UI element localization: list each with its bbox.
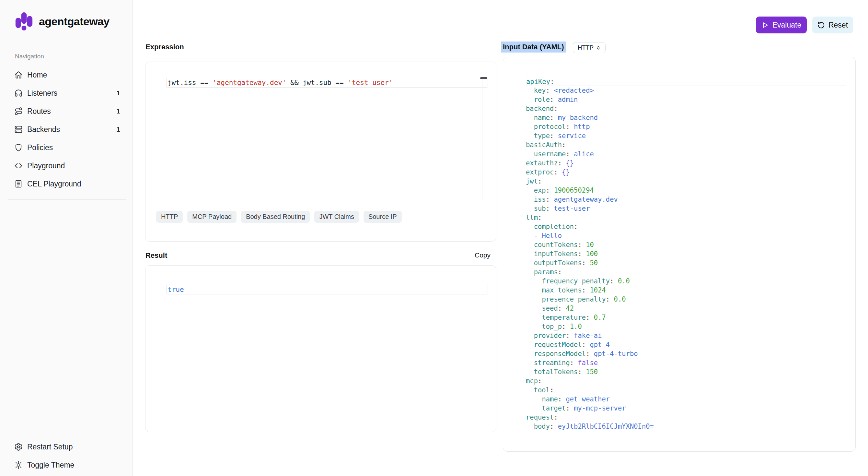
indent-guide <box>534 322 542 331</box>
sidebar-item-count: 1 <box>116 107 122 115</box>
sample-tag-source-ip[interactable]: Source IP <box>364 211 402 223</box>
yaml-value: false <box>578 359 598 367</box>
yaml-line: key: <redacted> <box>526 86 846 95</box>
result-output: true <box>166 285 488 294</box>
indent-guide <box>526 276 534 286</box>
yaml-line: provider: fake-ai <box>526 331 846 340</box>
yaml-line: params: <box>526 268 846 276</box>
indent-guide <box>526 367 534 377</box>
sidebar-item-label: CEL Playground <box>27 180 116 188</box>
indent-guide <box>526 86 534 95</box>
input-mode-select[interactable]: HTTP <box>573 42 606 53</box>
brand[interactable]: agentgateway <box>0 0 132 43</box>
indent-guide <box>526 268 534 276</box>
yaml-key: body <box>534 422 550 430</box>
yaml-value: http <box>574 123 590 131</box>
yaml-value: 50 <box>590 259 598 267</box>
indent-guide <box>534 404 542 413</box>
yaml-colon: : <box>610 277 614 285</box>
yaml-colon: : <box>582 259 586 267</box>
sidebar-item-backends[interactable]: Backends1 <box>8 120 127 139</box>
yaml-key: request <box>526 413 554 421</box>
yaml-line: body: eyJtb2RlbCI6ICJmYXN0In0= <box>526 422 846 431</box>
sidebar-item-policies[interactable]: Policies <box>8 139 127 157</box>
chevrons-up-down-icon <box>596 46 601 50</box>
yaml-line: outputTokens: 50 <box>526 259 846 268</box>
expression-token: && jwt.sub == <box>286 79 348 87</box>
yaml-colon: : <box>550 422 554 430</box>
indent-guide <box>526 240 534 249</box>
indent-guide <box>526 304 534 313</box>
sidebar-item-restart-setup[interactable]: Restart Setup <box>8 438 127 456</box>
yaml-line: name: get_weather <box>526 395 846 404</box>
sidebar-item-playground[interactable]: Playground <box>8 157 127 175</box>
indent-guide <box>526 186 534 195</box>
sidebar-item-count: 1 <box>116 89 122 97</box>
indent-guide <box>526 313 534 322</box>
sidebar-item-listeners[interactable]: Listeners1 <box>8 84 127 102</box>
yaml-dash: - <box>534 232 542 240</box>
expression-input[interactable]: jwt.iss == 'agentgateway.dev' && jwt.sub… <box>166 78 488 88</box>
yaml-line: top_p: 1.0 <box>526 322 846 331</box>
indent-guide <box>534 295 542 304</box>
yaml-key: extauthz <box>526 159 558 167</box>
yaml-line: protocol: http <box>526 122 846 131</box>
agentgateway-logo-icon <box>15 10 33 32</box>
sample-tag-jwt-claims[interactable]: JWT Claims <box>314 211 359 223</box>
yaml-line: streaming: false <box>526 358 846 367</box>
sidebar-item-label: Backends <box>27 125 112 134</box>
copy-button[interactable]: Copy <box>475 251 491 259</box>
yaml-key: temperature <box>542 314 586 321</box>
yaml-line: inputTokens: 100 <box>526 249 846 259</box>
sidebar-item-cel-playground[interactable]: CEL Playground <box>8 175 127 193</box>
yaml-value: <redacted> <box>554 87 594 94</box>
indent-guide <box>526 95 534 104</box>
indent-guide <box>526 259 534 268</box>
yaml-colon: : <box>566 404 569 412</box>
input-mode-value: HTTP <box>578 44 594 51</box>
yaml-key: completion <box>534 223 574 231</box>
yaml-key: target <box>542 404 566 412</box>
yaml-editor[interactable]: apiKey:key: <redacted>role: adminbackend… <box>503 57 855 451</box>
indent-guide <box>526 113 534 122</box>
sample-tag-http[interactable]: HTTP <box>156 211 183 223</box>
indent-guide <box>526 358 534 367</box>
yaml-colon: : <box>546 205 550 212</box>
indent-guide <box>526 249 534 259</box>
sidebar-item-toggle-theme[interactable]: Toggle Theme <box>8 456 127 474</box>
expression-result-column: Expression jwt.iss == 'agentgateway.dev'… <box>145 0 496 476</box>
yaml-colon: : <box>538 214 542 221</box>
yaml-colon: : <box>606 295 610 303</box>
yaml-value: 100 <box>586 250 598 258</box>
yaml-value: 1024 <box>590 286 606 294</box>
sample-tag-mcp-payload[interactable]: MCP Payload <box>187 211 237 223</box>
sample-tag-body-based-routing[interactable]: Body Based Routing <box>241 211 310 223</box>
yaml-key: countTokens <box>534 241 578 249</box>
yaml-line: target: my-mcp-server <box>526 404 846 413</box>
shield-icon <box>14 143 23 152</box>
yaml-colon: : <box>554 413 558 421</box>
yaml-key: name <box>542 395 558 403</box>
yaml-value: 1900650294 <box>554 186 594 194</box>
sidebar-item-routes[interactable]: Routes1 <box>8 102 127 120</box>
yaml-colon: : <box>558 268 562 276</box>
yaml-value: agentgateway.dev <box>554 196 618 203</box>
yaml-line: seed: 42 <box>526 304 846 313</box>
gear-icon <box>14 443 23 451</box>
yaml-value: gpt-4-turbo <box>594 350 638 358</box>
yaml-colon: : <box>562 141 566 149</box>
indent-guide <box>526 395 534 404</box>
yaml-colon: : <box>566 150 569 158</box>
editor-scrollbar-thumb[interactable] <box>480 77 487 79</box>
yaml-key: params <box>534 268 558 276</box>
sidebar-item-home[interactable]: Home <box>8 66 127 84</box>
yaml-key: seed <box>542 304 558 312</box>
yaml-value: 1.0 <box>570 323 582 330</box>
yaml-key: presence_penalty <box>542 295 606 303</box>
yaml-value: eyJtb2RlbCI6ICJmYXN0In0= <box>558 422 654 430</box>
calculator-icon <box>14 180 23 188</box>
yaml-value: get_weather <box>566 395 610 403</box>
yaml-value: admin <box>558 96 578 103</box>
yaml-colon: : <box>550 78 554 86</box>
yaml-key: iss <box>534 196 546 203</box>
